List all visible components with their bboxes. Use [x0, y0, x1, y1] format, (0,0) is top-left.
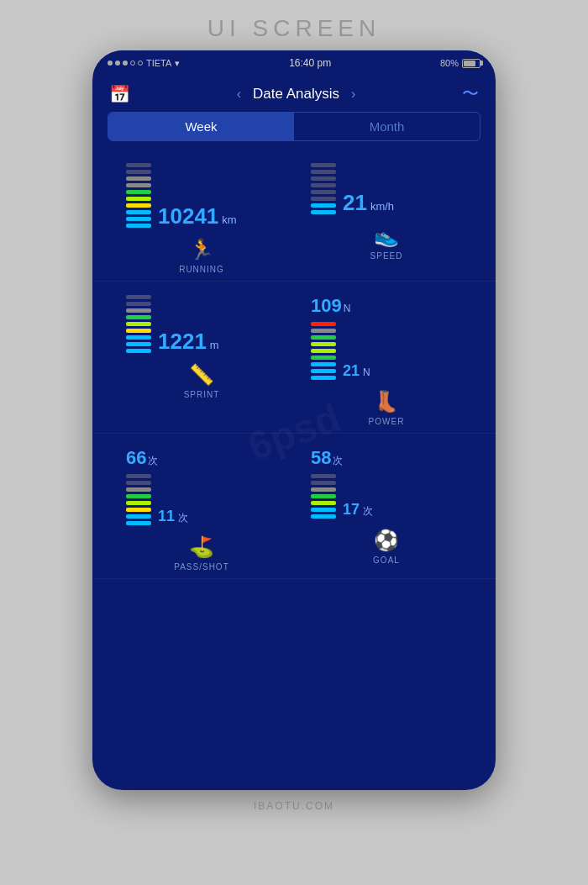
bar — [311, 362, 336, 366]
bar — [311, 170, 336, 174]
bar — [311, 163, 336, 167]
metric-running: 10241 km 🏃 RUNNING — [126, 163, 277, 274]
speed-bars — [311, 163, 336, 214]
bar — [126, 183, 151, 187]
bar — [311, 176, 336, 181]
tab-month[interactable]: Month — [294, 113, 480, 140]
analytics-icon[interactable]: 〜 — [462, 82, 479, 105]
bar — [126, 203, 151, 208]
bar — [311, 514, 336, 519]
goal-value-row: 17 次 — [343, 501, 373, 519]
pass-top-unit: 次 — [148, 454, 158, 468]
bar — [126, 308, 151, 313]
bar — [311, 203, 336, 208]
status-right: 80% — [440, 58, 480, 68]
power-icon-row: 👢 POWER — [369, 390, 405, 426]
page-title: UI SCREEN — [207, 15, 381, 42]
bar — [126, 170, 151, 174]
running-icon: 🏃 — [189, 238, 214, 261]
goal-bars — [311, 474, 336, 519]
bar — [126, 342, 151, 346]
bar — [311, 210, 336, 214]
bar — [126, 474, 151, 478]
goal-top: 17 次 — [311, 474, 462, 519]
bar — [126, 521, 151, 525]
battery-percent: 80% — [440, 58, 459, 68]
bar — [126, 217, 151, 221]
running-icon-row: 🏃 RUNNING — [179, 238, 224, 274]
speed-unit: km/h — [370, 200, 394, 213]
bar — [311, 349, 336, 353]
bar — [311, 474, 336, 478]
bar — [311, 494, 336, 498]
bar — [126, 190, 151, 194]
calendar-icon[interactable]: 📅 — [109, 84, 130, 104]
tab-week[interactable]: Week — [108, 113, 294, 140]
bar — [311, 376, 336, 380]
bar — [311, 322, 336, 326]
content-area: 10241 km 🏃 RUNNING — [92, 141, 496, 790]
speed-value-row: 21 km/h — [343, 192, 394, 214]
pass-icon-row: ⛳ PASS/SHOT — [174, 535, 229, 572]
bar — [126, 329, 151, 333]
page-header-title: Date Analysis — [253, 86, 339, 103]
prev-button[interactable]: ‹ — [237, 87, 241, 102]
goal-icon-row: ⚽ GOAL — [373, 529, 400, 565]
bar — [311, 335, 336, 340]
power-value-row: 21 N — [343, 362, 370, 380]
speed-top: 21 km/h — [311, 163, 462, 214]
metric-speed: 21 km/h 👟 SPEED — [311, 163, 462, 261]
power-top-row: 109 N — [311, 295, 350, 317]
pass-bars — [126, 474, 151, 525]
pass-top: 11 次 — [126, 474, 277, 525]
sprint-value: 1221 — [158, 330, 207, 352]
bar — [126, 210, 151, 214]
phone-inner: 6psd 📅 ‹ Date Analysis › 〜 Week Month — [92, 74, 496, 790]
bar — [126, 176, 151, 181]
bar — [126, 481, 151, 485]
footer: IBAOTU.COM — [254, 790, 334, 817]
sprint-icon-row: 📏 SPRINT — [184, 363, 220, 399]
pass-unit: 次 — [178, 511, 188, 525]
running-value: 10241 — [158, 205, 218, 227]
power-top-value: 109 — [311, 295, 342, 317]
pass-value-row: 11 次 — [158, 508, 188, 525]
power-bars — [311, 322, 336, 380]
bar — [126, 335, 151, 340]
sprint-top: 1221 m — [126, 295, 277, 353]
bar — [311, 197, 336, 201]
goal-top-row: 58 次 — [311, 447, 343, 469]
bar — [126, 315, 151, 319]
power-top-unit: N — [344, 303, 351, 314]
bar — [311, 329, 336, 333]
power-label: POWER — [369, 417, 405, 426]
sprint-label: SPRINT — [184, 390, 220, 399]
metric-goal: 58 次 — [311, 447, 462, 565]
bar — [126, 494, 151, 498]
bar — [311, 183, 336, 187]
bar — [311, 342, 336, 346]
sprint-value-row: 1221 m — [158, 330, 219, 353]
bar — [126, 501, 151, 505]
bar — [126, 302, 151, 306]
status-bar: TIETA ▾ 16:40 pm 80% — [92, 50, 496, 74]
bar — [126, 295, 151, 299]
status-time: 16:40 pm — [289, 57, 331, 69]
section-running-speed: 10241 km 🏃 RUNNING — [92, 150, 496, 282]
bar — [311, 190, 336, 194]
power-unit: N — [363, 366, 370, 378]
bar — [311, 508, 336, 512]
next-button[interactable]: › — [351, 87, 355, 102]
status-left: TIETA ▾ — [108, 58, 180, 69]
bar — [311, 481, 336, 485]
header-center: ‹ Date Analysis › — [237, 86, 356, 103]
goal-label: GOAL — [373, 556, 400, 565]
power-icon: 👢 — [374, 390, 399, 414]
bar — [311, 501, 336, 505]
bar — [126, 349, 151, 353]
bar — [126, 487, 151, 492]
speed-icon-row: 👟 SPEED — [370, 224, 403, 261]
app-header: 📅 ‹ Date Analysis › 〜 — [92, 74, 496, 112]
speed-value: 21 — [343, 192, 367, 213]
running-unit: km — [222, 213, 236, 226]
